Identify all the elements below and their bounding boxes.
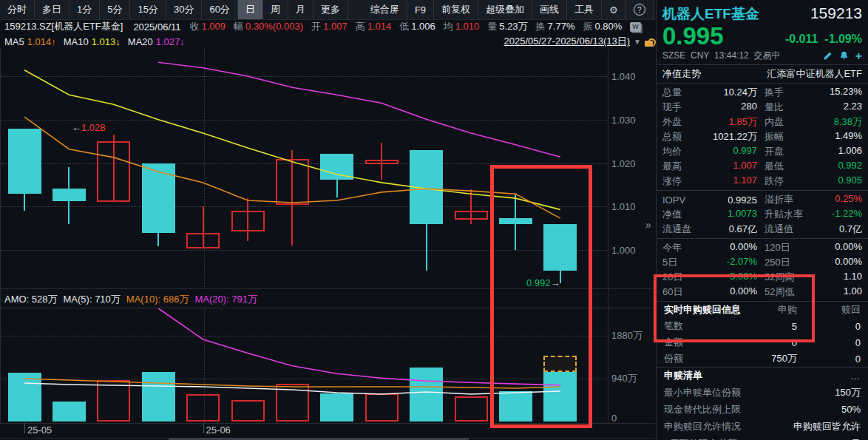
period-tab-更多[interactable]: 更多 (313, 0, 348, 19)
field-高: 高1.014 (356, 21, 392, 32)
period-toolbar: 分时多日1分5分15分30分60分日周月更多 综合屏F9前复权超级叠加画线工具 … (0, 0, 655, 20)
amo-indicator-row: AMO: 528万MA(5): 710万MA(10): 686万MA(20): … (4, 291, 263, 308)
stat-流通值: 流通值0.7亿 (764, 223, 862, 236)
price-gridline (0, 120, 608, 121)
stat-换手: 换手15.23% (764, 86, 862, 99)
field-收: 收1.009 (190, 21, 226, 32)
candle-06-04 (231, 211, 265, 231)
field-均: 均1.010 (444, 21, 480, 32)
amo-MA20: MA(20): 791万 (194, 293, 257, 306)
stat-row: 均价0.997开盘1.006 (657, 144, 868, 159)
stat-开盘: 开盘1.006 (764, 145, 862, 158)
stat-row: 流通盘0.67亿流通值0.7亿 (657, 222, 868, 237)
period-tab-30分[interactable]: 30分 (166, 0, 202, 19)
price-gridline (0, 76, 608, 77)
stat-流通盘: 流通盘0.67亿 (662, 223, 757, 236)
tool-button-综合屏[interactable]: 综合屏 (363, 0, 407, 19)
field-开: 开1.007 (311, 21, 347, 32)
detail-row-最小申赎单位份额: 最小申赎单位份额150万 (657, 384, 868, 401)
stat-振幅: 振幅1.49% (764, 130, 862, 143)
stat-涨停: 涨停1.107 (662, 175, 757, 188)
more-options-icon[interactable]: … (850, 370, 861, 382)
volume-axis-label: 0 (611, 413, 617, 424)
trading-app-window: 分时多日1分5分15分30分60分日周月更多 综合屏F9前复权超级叠加画线工具 … (0, 0, 868, 440)
panel-collapse-arrow[interactable]: » (645, 219, 651, 231)
stat-row: IOPV0.9925溢折率0.25% (657, 192, 868, 207)
stat-row: 涨停1.107跌停0.905 (657, 174, 868, 189)
field-量: 量5.23万 (487, 21, 527, 32)
candle-06-03 (186, 233, 220, 249)
stat-row: 净值1.0073升贴水率-1.22% (657, 207, 868, 222)
tool-button-画线[interactable]: 画线 (532, 0, 567, 19)
edit-pencil-icon[interactable] (823, 51, 833, 61)
price-axis-label: 1.040 (611, 71, 636, 82)
stat-最高: 最高1.007 (662, 160, 757, 173)
help-icon[interactable]: ? (626, 0, 654, 19)
volume-axis-label: 940万 (611, 372, 637, 385)
volume-bar-05-30 (142, 372, 175, 422)
period-tab-1分[interactable]: 1分 (69, 0, 100, 19)
stat-量比: 量比2.23 (764, 101, 862, 114)
settings-gear-icon[interactable]: ⚙ (602, 0, 626, 19)
stat-外盘: 外盘1.85万 (662, 115, 757, 129)
detail-row-申购赎回允许情况: 申购赎回允许情况申购赎回皆允许 (657, 418, 868, 435)
visible-date-range[interactable]: 2025/05/27-2025/06/13(13日) (504, 35, 631, 48)
exchange-meta: SZSE CNY 13:44:12 交易中 (662, 50, 780, 62)
fund-code: 159213 (810, 4, 862, 22)
ma-value-MA5: MA51.014↑ (4, 36, 56, 47)
alert-bell-icon[interactable] (839, 51, 849, 61)
period-tab-多日[interactable]: 多日 (35, 0, 69, 19)
quote-panel: 机器人ETF基金 159213 0.995 -0.011 -1.09% SZSE… (656, 0, 868, 440)
period-tab-5分[interactable]: 5分 (100, 0, 130, 19)
stat-row: 总额1021.22万振幅1.49% (657, 129, 868, 144)
period-tab-日[interactable]: 日 (238, 0, 263, 19)
underlying-fund-name: 汇添富中证机器人ETF (767, 67, 862, 81)
tool-button-F9[interactable]: F9 (407, 0, 434, 19)
symbol-label: 159213.SZ[机器人ETF基金] (4, 20, 123, 33)
stat-250日: 250日0.00% (764, 256, 862, 269)
quote-header: 机器人ETF基金 159213 0.995 -0.011 -1.09% SZSE… (657, 0, 868, 62)
period-tab-15分[interactable]: 15分 (130, 0, 166, 19)
stat-均价: 均价0.997 (662, 145, 757, 158)
volume-bar-05-27 (8, 373, 41, 422)
period-tab-周[interactable]: 周 (263, 0, 288, 19)
price-axis-label: 1.010 (611, 201, 636, 212)
high-price-annotation: ←1.028 (72, 122, 106, 133)
amo-AMO: AMO: 528万 (4, 293, 58, 306)
stat-IOPV: IOPV0.9925 (662, 194, 757, 206)
stat-跌停: 跌停0.905 (764, 175, 862, 188)
subscription-list-section: 申赎清单 … 最小申赎单位份额150万现金替代比例上限50%申购赎回允许情况申购… (657, 368, 868, 440)
add-to-watchlist-icon[interactable]: + (855, 52, 862, 61)
period-tabs: 分时多日1分5分15分30分60分日周月更多 (0, 0, 348, 19)
tool-button-工具[interactable]: 工具 (567, 0, 602, 19)
range-dropdown-icon[interactable]: ▼ (634, 38, 641, 46)
stat-今年: 今年0.00% (662, 241, 757, 254)
detail-row-现金替代比例上限: 现金替代比例上限50% (657, 401, 868, 418)
candle-05-27 (8, 129, 41, 194)
stat-5日: 5日-2.07% (662, 256, 757, 269)
candle-05-28 (52, 189, 86, 201)
volume-bar-06-09 (365, 393, 399, 422)
unlock-icon[interactable] (645, 36, 654, 47)
ohlc-fields: 收1.009幅0.30%(0.003)开1.007高1.014低1.006均1.… (190, 20, 631, 33)
ma-indicator-row: MA51.014↑MA101.013↓MA201.027↓ 2025/05/27… (0, 34, 660, 49)
field-低: 低1.006 (399, 21, 435, 32)
stat-row: 最高1.007最低0.992 (657, 159, 868, 174)
period-tab-60分[interactable]: 60分 (202, 0, 237, 19)
volume-bar-05-29 (97, 380, 130, 422)
detail-row-T日预估现金差额: T日预估现金差额2847.64元 (657, 435, 868, 440)
period-tab-分时[interactable]: 分时 (0, 0, 35, 19)
amo-MA10: MA(10): 686万 (126, 293, 189, 306)
right-axis-border (608, 49, 608, 423)
tool-buttons: 综合屏F9前复权超级叠加画线工具 (363, 0, 602, 19)
volume-bar-06-05 (276, 384, 309, 422)
field-振: 振0.80% (583, 21, 622, 32)
nav-row[interactable]: 净值走势 汇添富中证机器人ETF (657, 65, 868, 83)
stat-row: 5日-2.07%250日0.00% (657, 255, 868, 270)
tool-button-前复权[interactable]: 前复权 (434, 0, 478, 19)
tool-button-超级叠加[interactable]: 超级叠加 (478, 0, 532, 19)
nav-trend-label[interactable]: 净值走势 (662, 67, 701, 81)
volume-axis-label: 1880万 (611, 329, 642, 342)
period-tab-月[interactable]: 月 (288, 0, 313, 19)
stat-最低: 最低0.992 (764, 160, 862, 173)
